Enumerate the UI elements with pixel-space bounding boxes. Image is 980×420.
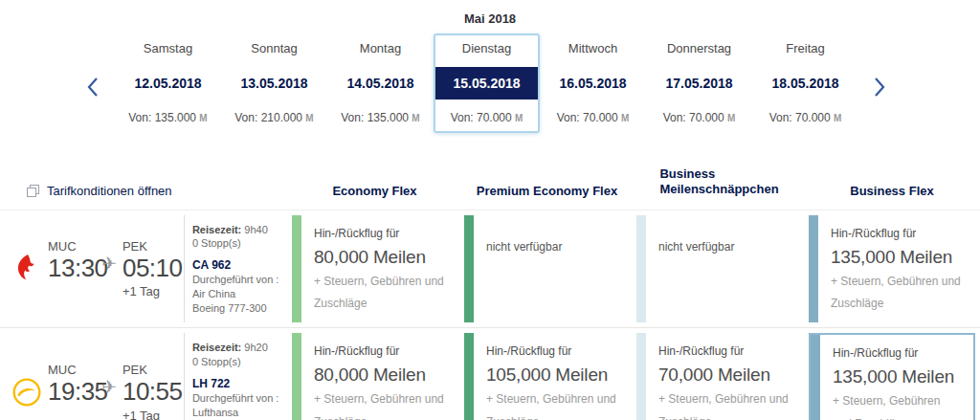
fare-cell-business-meilenschnaeppchen[interactable]: Hin-/Rückflug für 70,000 Meilen + Steuer… [636,333,802,420]
date-label: 18.05.2018 [756,67,855,99]
date-label: 17.05.2018 [650,67,748,99]
fare-intro: Hin-/Rückflug für [658,344,791,358]
airplane-icon: ✈ [101,253,117,275]
column-header-business-flex: Business Flex [809,184,975,198]
fare-cell-business-flex-selected[interactable]: Hin-/Rückflug für 135,000 Meilen + Steue… [809,333,975,420]
fare-miles: 70,000 Meilen [658,365,791,386]
fare-offer: nicht verfügbar [474,215,573,323]
price-from: Von: 135.000 M [331,111,430,124]
price-text: Von: 70.000 [663,111,724,124]
arrival-block: PEK 10:55 +1 Tag [122,363,178,420]
fare-miles: 80,000 Meilen [314,365,446,386]
fare-miles: 135,000 Meilen [831,247,964,268]
departure-airport: MUC [48,363,101,377]
fare-offer: Hin-/Rückflug für 70,000 Meilen + Steuer… [646,333,802,420]
fare-cell-premium-economy-flex[interactable]: Hin-/Rückflug für 105,000 Meilen + Steue… [464,333,630,420]
fare-offer: Hin-/Rückflug für 135,000 Meilen + Steue… [818,215,975,323]
fare-taxes-note: + Steuern, Gebühren und Zuschläge [833,390,962,420]
calendar-days: Samstag 12.05.2018 Von: 135.000 M Sonnta… [115,33,861,133]
flight-row-ca962: MUC 13:30 ✈ PEK 05:10 +1 Tag Reisezeit: … [0,210,980,329]
arrival-time: 10:55 [122,378,178,406]
fare-cell-economy-flex[interactable]: Hin-/Rückflug für 80,000 Meilen + Steuer… [292,215,457,323]
day-cell-samstag[interactable]: Samstag 12.05.2018 Von: 135.000 M [115,33,221,133]
departure-airport: MUC [48,239,101,254]
price-text: Von: 135.000 [341,111,409,124]
fare-class-bar [811,335,820,420]
price-text: Von: 70.000 [451,111,512,124]
price-from: Von: 70.000 M [756,111,855,124]
weekday-label: Freitag [756,41,855,55]
chevron-right-icon[interactable] [867,75,892,99]
price-from: Von: 135.000 M [119,111,217,124]
fare-offer: Hin-/Rückflug für 135,000 Meilen + Steue… [820,335,973,420]
flight-summary: MUC 19:35 ✈ PEK 10:55 +1 Tag Reisezeit: … [0,333,285,420]
day-cell-dienstag-selected[interactable]: Dienstag 15.05.2018 Von: 70.000 M [434,33,540,133]
fare-offer: Hin-/Rückflug für 105,000 Meilen + Steue… [474,333,630,420]
day-cell-freitag[interactable]: Freitag 18.05.2018 Von: 70.000 M [752,33,858,133]
stops: 0 Stopp(s) [192,236,281,251]
fare-class-bar [636,333,646,420]
departure-time: 19:35 [48,378,101,406]
price-text: Von: 210.000 [234,111,302,124]
chevron-left-icon[interactable] [80,75,105,99]
departure-block: MUC 13:30 [48,239,101,282]
fare-miles: 135,000 Meilen [833,366,962,387]
travel-time: Reisezeit: 9h40 [192,223,281,237]
column-header-business-meilenschnaeppchen: Business Meilenschnäppchen [636,166,802,198]
day-cell-sonntag[interactable]: Sonntag 13.05.2018 Von: 210.000 M [221,33,327,133]
journey-times: MUC 13:30 ✈ PEK 05:10 +1 Tag [48,239,178,299]
arrival-airport: PEK [122,239,178,254]
flight-row-lh722: MUC 19:35 ✈ PEK 10:55 +1 Tag Reisezeit: … [0,328,980,420]
fare-taxes-note: + Steuern, Gebühren und Zuschläge [314,271,446,316]
fare-class-bar [464,215,474,323]
weekday-label: Samstag [119,41,217,55]
month-title: Mai 2018 [31,11,949,26]
fare-offer: Hin-/Rückflug für 80,000 Meilen + Steuer… [301,215,457,323]
tariff-conditions-link[interactable]: Tarifkonditionen öffnen [0,184,285,198]
stops: 0 Stopp(s) [192,355,281,369]
column-header-premium-economy-flex: Premium Economy Flex [464,184,630,198]
day-cell-mittwoch[interactable]: Mittwoch 16.05.2018 Von: 70.000 M [540,33,646,133]
miles-symbol: M [727,113,735,123]
fare-class-bar [464,333,474,420]
date-label: 13.05.2018 [225,67,323,99]
arrival-airport: PEK [122,363,178,377]
fare-cell-premium-economy-flex: nicht verfügbar [464,215,630,323]
flight-number: CA 962 [192,257,281,273]
fare-cell-business-meilenschnaeppchen: nicht verfügbar [636,215,802,323]
departure-time: 13:30 [48,254,101,282]
fare-intro: Hin-/Rückflug für [486,344,618,358]
aircraft-type: Boeing 777-300 [192,301,281,316]
price-text: Von: 70.000 [769,111,831,124]
fare-intro: Hin-/Rückflug für [314,344,446,358]
miles-symbol: M [199,113,207,123]
arrival-time: 05:10 [122,254,178,282]
weekday-label: Sonntag [225,41,323,55]
price-text: Von: 135.000 [128,111,196,124]
day-cell-montag[interactable]: Montag 14.05.2018 Von: 135.000 M [327,33,434,133]
fare-taxes-note: + Steuern, Gebühren und Zuschläge [658,388,791,420]
miles-symbol: M [412,113,419,123]
date-carousel: Mai 2018 Samstag 12.05.2018 Von: 135.000… [0,0,980,151]
fare-intro: Hin-/Rückflug für [831,227,964,240]
fare-cell-economy-flex[interactable]: Hin-/Rückflug für 80,000 Meilen + Steuer… [292,333,457,420]
fare-offer: Hin-/Rückflug für 80,000 Meilen + Steuer… [301,333,457,420]
unavailable-label: nicht verfügbar [486,227,562,254]
flight-summary: MUC 13:30 ✈ PEK 05:10 +1 Tag Reisezeit: … [0,215,285,323]
fare-cell-business-flex[interactable]: Hin-/Rückflug für 135,000 Meilen + Steue… [809,215,975,323]
flight-details: Reisezeit: 9h20 0 Stopp(s) LH 722 Durchg… [184,333,285,420]
fare-offer: nicht verfügbar [646,215,746,323]
miles-symbol: M [305,113,313,123]
weekday-label: Dienstag [435,41,538,55]
day-offset: +1 Tag [122,284,178,298]
operated-by: Durchgeführt von : Lufthansa [192,391,281,420]
flight-number: LH 722 [192,376,281,391]
date-label: 16.05.2018 [544,67,642,99]
fare-taxes-note: + Steuern, Gebühren und Zuschläge [314,388,446,420]
fare-intro: Hin-/Rückflug für [314,227,446,240]
fare-miles: 80,000 Meilen [314,247,446,268]
arrival-block: PEK 05:10 +1 Tag [122,239,178,299]
miles-symbol: M [621,113,629,123]
day-cell-donnerstag[interactable]: Donnerstag 17.05.2018 Von: 70.000 M [646,33,752,133]
price-from: Von: 70.000 M [544,111,642,124]
